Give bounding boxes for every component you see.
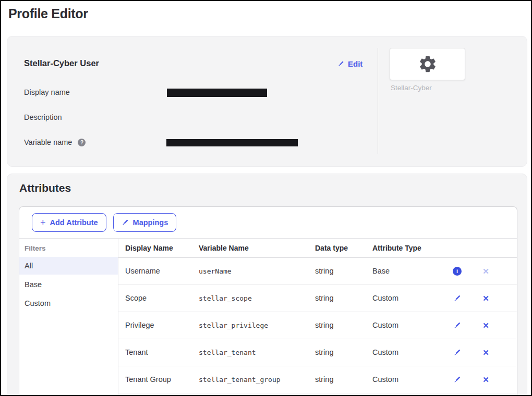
- column-header-data-type: Data type: [309, 239, 366, 257]
- cell-display-name: Username: [118, 257, 192, 284]
- filter-item-custom[interactable]: Custom: [19, 294, 118, 312]
- pencil-icon: [453, 349, 461, 356]
- attributes-body: Filters AllBaseCustom Display NameVariab…: [19, 239, 517, 396]
- cell-attribute-type: Custom: [366, 284, 442, 312]
- cell-data-type: string: [309, 366, 366, 393]
- pencil-icon: [122, 219, 129, 226]
- edit-attribute-button[interactable]: [453, 320, 462, 330]
- profile-summary-card: Stellar-Cyber User Edit Display name Des…: [7, 36, 527, 167]
- table-row: UsernameuserNamestringBasei✕: [118, 257, 517, 284]
- attributes-table: Display NameVariable NameData typeAttrib…: [118, 239, 517, 393]
- close-icon: ✕: [482, 294, 489, 302]
- cell-attribute-type: Custom: [366, 366, 442, 393]
- row-actions: i✕: [453, 258, 517, 284]
- cell-actions: ✕: [442, 339, 517, 366]
- attributes-section: Attributes + Add Attribute Mappings Filt…: [7, 174, 527, 396]
- variable-name-label: Variable name ?: [24, 138, 86, 146]
- cell-data-type: string: [309, 284, 366, 312]
- column-header-display-name: Display Name: [118, 239, 192, 257]
- cell-actions: ✕: [442, 366, 517, 393]
- filters-list: AllBaseCustom: [19, 257, 118, 312]
- gear-icon: [417, 54, 438, 74]
- cell-display-name: Tenant Group: [118, 366, 192, 393]
- close-icon: ✕: [482, 321, 489, 329]
- pencil-icon: [337, 60, 344, 67]
- attributes-table-head-row: Display NameVariable NameData typeAttrib…: [118, 239, 517, 257]
- column-header-variable-name: Variable Name: [192, 239, 309, 257]
- variable-name-label-text: Variable name: [24, 138, 72, 146]
- app-logo-caption: Stellar-Cyber: [391, 84, 432, 92]
- filter-item-base[interactable]: Base: [19, 276, 118, 293]
- edit-attribute-button[interactable]: [453, 374, 462, 385]
- close-icon: ✕: [482, 376, 489, 383]
- delete-attribute-button[interactable]: ✕: [481, 347, 490, 357]
- description-label: Description: [24, 113, 62, 121]
- filter-item-all[interactable]: All: [19, 257, 118, 275]
- edit-profile-button[interactable]: Edit: [337, 59, 362, 68]
- row-actions: ✕: [453, 285, 517, 312]
- cell-display-name: Privilege: [118, 312, 192, 339]
- plus-icon: +: [40, 218, 46, 227]
- display-name-label: Display name: [24, 88, 70, 96]
- mappings-label: Mappings: [133, 218, 168, 227]
- cell-data-type: string: [309, 339, 366, 366]
- add-attribute-label: Add Attribute: [50, 218, 98, 227]
- cell-actions: ✕: [442, 312, 517, 339]
- close-icon: ✕: [482, 349, 489, 356]
- pencil-icon: [453, 294, 461, 302]
- table-row: Tenant Groupstellar_tenant_groupstringCu…: [118, 366, 517, 393]
- delete-attribute-button[interactable]: ✕: [481, 320, 490, 330]
- attributes-heading: Attributes: [19, 182, 71, 194]
- page-title: Profile Editor: [8, 6, 88, 21]
- cell-variable-name: stellar_tenant: [192, 339, 309, 366]
- table-row: Scopestellar_scopestringCustom✕: [118, 284, 517, 312]
- profile-card-title: Stellar-Cyber User: [24, 58, 99, 68]
- attributes-toolbar: + Add Attribute Mappings: [19, 207, 517, 239]
- edit-label: Edit: [348, 59, 362, 68]
- cell-variable-name: stellar_privilege: [192, 312, 309, 339]
- cell-actions: i✕: [442, 257, 517, 284]
- row-actions: ✕: [453, 339, 517, 366]
- cell-display-name: Tenant: [118, 339, 192, 366]
- delete-attribute-button-disabled: ✕: [481, 266, 490, 276]
- cell-display-name: Scope: [118, 284, 192, 312]
- delete-attribute-button[interactable]: ✕: [481, 374, 490, 385]
- variable-name-value-redacted: [166, 139, 298, 146]
- cell-variable-name: userName: [192, 257, 309, 284]
- column-header-attribute-type: Attribute Type: [366, 239, 442, 257]
- pencil-icon: [453, 321, 461, 329]
- vertical-divider: [378, 48, 378, 154]
- table-row: Privilegestellar_privilegestringCustom✕: [118, 312, 517, 339]
- row-actions: ✕: [453, 312, 517, 339]
- column-header-actions: [442, 239, 517, 257]
- cell-variable-name: stellar_scope: [192, 284, 309, 312]
- filters-label: Filters: [19, 243, 118, 257]
- pencil-icon: [453, 376, 461, 383]
- app-logo-card: [390, 48, 465, 80]
- cell-attribute-type: Base: [366, 257, 442, 284]
- cell-variable-name: stellar_tenant_group: [192, 366, 309, 393]
- filters-panel: Filters AllBaseCustom: [19, 239, 118, 396]
- cell-attribute-type: Custom: [366, 312, 442, 339]
- display-name-value-redacted: [167, 89, 267, 97]
- info-icon[interactable]: i: [453, 267, 462, 276]
- add-attribute-button[interactable]: + Add Attribute: [32, 213, 106, 232]
- close-icon: ✕: [482, 267, 489, 275]
- row-actions: ✕: [453, 366, 517, 393]
- attributes-container: + Add Attribute Mappings Filters AllBase…: [19, 206, 517, 396]
- cell-actions: ✕: [442, 284, 517, 312]
- table-row: Tenantstellar_tenantstringCustom✕: [118, 339, 517, 366]
- delete-attribute-button[interactable]: ✕: [481, 293, 490, 303]
- edit-attribute-button[interactable]: [453, 293, 462, 303]
- help-icon[interactable]: ?: [78, 139, 86, 146]
- attributes-table-area: Display NameVariable NameData typeAttrib…: [118, 239, 517, 396]
- mappings-button[interactable]: Mappings: [113, 213, 177, 232]
- attributes-table-body: UsernameuserNamestringBasei✕Scopestellar…: [118, 257, 517, 393]
- cell-data-type: string: [309, 312, 366, 339]
- cell-data-type: string: [309, 257, 366, 284]
- edit-attribute-button[interactable]: [453, 347, 462, 357]
- cell-attribute-type: Custom: [366, 339, 442, 366]
